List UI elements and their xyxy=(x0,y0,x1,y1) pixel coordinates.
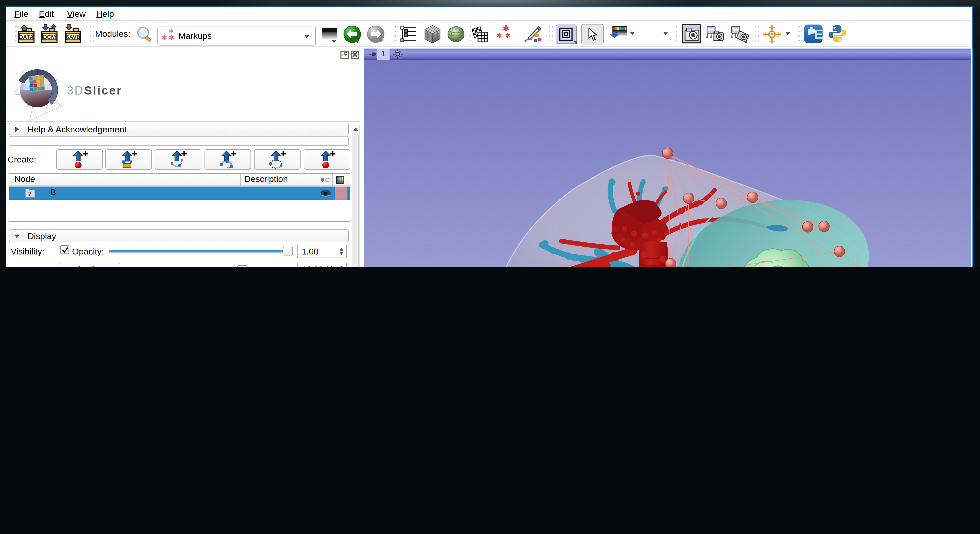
svg-text:E: E xyxy=(815,27,823,41)
svg-text:DATA: DATA xyxy=(19,34,34,40)
svg-text:DCM: DCM xyxy=(43,34,56,40)
svg-text:?: ? xyxy=(28,190,32,198)
svg-text:SAVE: SAVE xyxy=(65,34,80,40)
